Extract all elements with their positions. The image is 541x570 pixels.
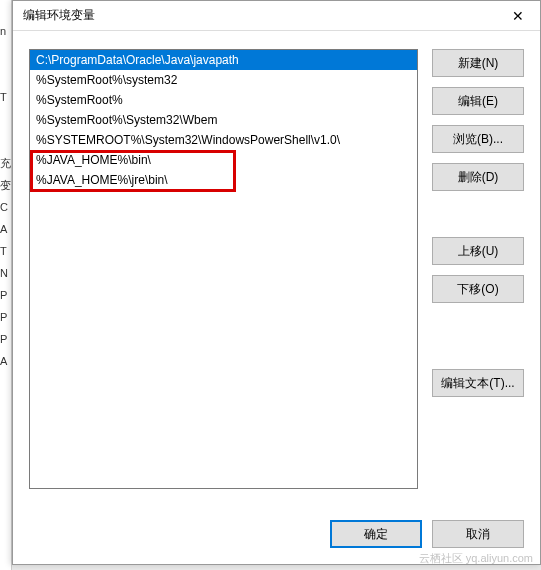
background-window-strip: nT充变CATNPPPA <box>0 0 12 570</box>
dialog-footer: 确定 取消 <box>13 508 540 564</box>
delete-button[interactable]: 删除(D) <box>432 163 524 191</box>
bg-char: N <box>0 262 11 284</box>
bg-char: P <box>0 328 11 350</box>
moveup-button[interactable]: 上移(U) <box>432 237 524 265</box>
list-item[interactable]: %JAVA_HOME%\bin\ <box>30 150 417 170</box>
list-item[interactable]: %SystemRoot%\System32\Wbem <box>30 110 417 130</box>
movedown-button[interactable]: 下移(O) <box>432 275 524 303</box>
bg-char: 充 <box>0 152 11 174</box>
edit-button[interactable]: 编辑(E) <box>432 87 524 115</box>
list-item[interactable]: %JAVA_HOME%\jre\bin\ <box>30 170 417 190</box>
bg-char: n <box>0 20 11 42</box>
bg-char: 变 <box>0 174 11 196</box>
titlebar: 编辑环境变量 ✕ <box>13 1 540 31</box>
bg-char <box>0 42 11 64</box>
dialog-title: 编辑环境变量 <box>23 7 495 24</box>
cancel-button[interactable]: 取消 <box>432 520 524 548</box>
bg-char: P <box>0 284 11 306</box>
bg-char: A <box>0 350 11 372</box>
dialog-body: C:\ProgramData\Oracle\Java\javapath%Syst… <box>13 31 540 508</box>
bg-char: T <box>0 240 11 262</box>
spacer <box>432 313 524 359</box>
spacer <box>432 201 524 227</box>
list-item[interactable]: %SYSTEMROOT%\System32\WindowsPowerShell\… <box>30 130 417 150</box>
close-icon: ✕ <box>512 8 524 24</box>
list-item[interactable]: C:\ProgramData\Oracle\Java\javapath <box>30 50 417 70</box>
new-button[interactable]: 新建(N) <box>432 49 524 77</box>
close-button[interactable]: ✕ <box>495 1 540 31</box>
button-sidebar: 新建(N) 编辑(E) 浏览(B)... 删除(D) 上移(U) 下移(O) 编… <box>432 49 524 508</box>
list-item[interactable]: %SystemRoot%\system32 <box>30 70 417 90</box>
bg-char: P <box>0 306 11 328</box>
list-item[interactable]: %SystemRoot% <box>30 90 417 110</box>
bg-char <box>0 130 11 152</box>
bg-char <box>0 64 11 86</box>
ok-button[interactable]: 确定 <box>330 520 422 548</box>
bg-char: T <box>0 86 11 108</box>
bg-char: A <box>0 218 11 240</box>
edittext-button[interactable]: 编辑文本(T)... <box>432 369 524 397</box>
edit-env-var-dialog: 编辑环境变量 ✕ C:\ProgramData\Oracle\Java\java… <box>12 0 541 565</box>
bg-char <box>0 108 11 130</box>
path-listbox[interactable]: C:\ProgramData\Oracle\Java\javapath%Syst… <box>29 49 418 489</box>
bg-char: C <box>0 196 11 218</box>
browse-button[interactable]: 浏览(B)... <box>432 125 524 153</box>
